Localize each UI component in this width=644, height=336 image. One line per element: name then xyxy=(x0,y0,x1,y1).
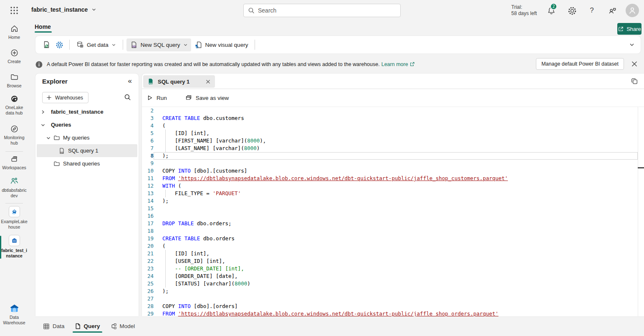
sidebar-item-workspaces[interactable]: Workspaces xyxy=(0,155,28,171)
save-view-icon xyxy=(185,94,192,101)
code-line[interactable]: 10COPY INTO [dbo].[customers] xyxy=(142,167,638,175)
collapse-ribbon-icon[interactable] xyxy=(629,42,635,48)
code-line[interactable]: 28COPY INTO [dbo].[orders] xyxy=(142,303,638,310)
share-label: Share xyxy=(626,26,641,32)
sidebar-item-create[interactable]: Create xyxy=(0,48,28,64)
add-warehouses-button[interactable]: Warehouses xyxy=(42,92,88,103)
code-line[interactable]: 12WITH ( xyxy=(142,182,638,190)
sidebar-item-data-warehouse[interactable]: Data Warehouse xyxy=(0,303,28,326)
code-line-text: FROM 'https://dbtlabsynapsedatalake.blob… xyxy=(154,175,638,182)
line-number: 5 xyxy=(142,130,154,137)
help-icon[interactable]: ? xyxy=(588,6,595,15)
banner-close-icon[interactable] xyxy=(631,60,638,68)
search-input[interactable] xyxy=(258,7,396,14)
refresh-dataset-button[interactable] xyxy=(40,38,53,51)
sidebar-item-onelake-data-hub[interactable]: OneLake data hub xyxy=(0,94,28,116)
editor-scrollbar[interactable] xyxy=(638,107,644,316)
code-line[interactable]: 29FROM 'https://dbtlabsynapsedatalake.bl… xyxy=(142,310,638,316)
sidebar-item-monitoring-hub[interactable]: Monitoring hub xyxy=(0,125,28,146)
tab-sql-query-1[interactable]: SQL SQL query 1 xyxy=(143,75,215,88)
run-button[interactable]: Run xyxy=(144,92,170,104)
code-line[interactable]: 20( xyxy=(142,242,638,250)
code-line[interactable]: 21 [ID] [int], xyxy=(142,250,638,257)
code-line[interactable]: 16 xyxy=(142,212,638,220)
query-editor-panel: SQL SQL query 1 Run Save as view 23CREAT… xyxy=(142,74,644,316)
visual-query-icon xyxy=(194,41,202,49)
share-button[interactable]: Share xyxy=(617,23,641,35)
new-sql-query-label: New SQL query xyxy=(141,42,180,48)
new-visual-query-button[interactable]: New visual query xyxy=(191,38,252,51)
workspace-title-dropdown[interactable]: fabric_test_instance xyxy=(31,6,96,13)
feedback-icon[interactable] xyxy=(608,6,617,15)
get-data-button[interactable]: Get data xyxy=(73,38,119,51)
query-doc-icon xyxy=(75,323,81,329)
code-line[interactable]: 26); xyxy=(142,288,638,295)
save-as-view-button[interactable]: Save as view xyxy=(182,92,232,104)
line-number: 27 xyxy=(142,295,154,303)
tab-model[interactable]: Model xyxy=(108,320,137,333)
code-lines[interactable]: 23CREATE TABLE dbo.customers4(5 [ID] [in… xyxy=(142,107,638,316)
tab-home[interactable]: Home xyxy=(35,23,51,30)
top-bar: fabric_test_instance Trial: 58 days left… xyxy=(0,0,644,21)
tree-item-warehouse-root[interactable]: fabric_test_instance xyxy=(35,105,139,118)
line-number: 3 xyxy=(142,115,154,122)
tree-item-my-queries[interactable]: My queries xyxy=(35,131,139,144)
code-line[interactable]: 18 xyxy=(142,227,638,235)
settings-button[interactable] xyxy=(53,38,66,51)
learn-more-link[interactable]: Learn more xyxy=(381,61,414,67)
nav-rail: Home Create Browse OneLake data hub Moni… xyxy=(0,21,28,336)
code-line-text xyxy=(154,227,638,235)
waffle-menu-icon[interactable] xyxy=(10,6,18,15)
code-line[interactable]: 17DROP TABLE dbo.orders; xyxy=(142,220,638,227)
tree-item-sql-query-1[interactable]: SQL SQL query 1 xyxy=(37,144,137,157)
manage-dataset-button[interactable]: Manage default Power BI dataset xyxy=(536,58,624,70)
sidebar-item-home[interactable]: Home xyxy=(0,24,28,40)
close-tab-icon[interactable] xyxy=(205,79,211,84)
code-line[interactable]: 15 xyxy=(142,205,638,212)
copy-icon[interactable] xyxy=(631,77,639,85)
onelake-icon xyxy=(10,94,19,103)
new-sql-query-button[interactable]: SQL New SQL query xyxy=(126,38,191,51)
code-line[interactable]: 24 [ORDER_DATE] [date], xyxy=(142,272,638,280)
code-line[interactable]: 3CREATE TABLE dbo.customers xyxy=(142,115,638,122)
sidebar-item-examplelakehouse[interactable]: ExampleLakehouse xyxy=(0,206,28,230)
code-line[interactable]: 27 xyxy=(142,295,638,303)
code-line[interactable]: 13 FILE_TYPE = 'PARQUET' xyxy=(142,190,638,197)
home-icon xyxy=(10,24,19,33)
tab-data[interactable]: Data xyxy=(41,320,67,333)
sidebar-item-fabric-test-instance[interactable]: fabric_test_instance xyxy=(0,235,28,259)
collapse-panel-icon[interactable]: « xyxy=(128,77,132,85)
line-number: 23 xyxy=(142,265,154,272)
code-line-text: DROP TABLE dbo.orders; xyxy=(154,220,638,227)
code-line[interactable]: 22 [USER_ID] [int], xyxy=(142,257,638,265)
sidebar-item-workspace-dbtlabsfabricdev[interactable]: dbtlabsfabricdev xyxy=(0,176,28,199)
code-line[interactable]: 25 [STATUS] [varchar](8000) xyxy=(142,280,638,288)
explorer-search-icon[interactable] xyxy=(124,94,131,101)
code-line[interactable]: 14); xyxy=(142,197,638,205)
tree-item-shared-queries[interactable]: Shared queries xyxy=(35,157,139,170)
code-line[interactable]: 8); xyxy=(142,152,638,160)
code-line[interactable]: 11FROM 'https://dbtlabsynapsedatalake.bl… xyxy=(142,175,638,182)
code-line[interactable]: 6 [FIRST_NAME] [varchar](8000), xyxy=(142,137,638,145)
tree-item-queries[interactable]: Queries xyxy=(35,118,139,131)
tab-query[interactable]: Query xyxy=(73,320,102,333)
code-line[interactable]: 23 -- [ORDER_DATE] [int], xyxy=(142,265,638,272)
sidebar-item-browse[interactable]: Browse xyxy=(0,73,28,89)
code-line[interactable]: 9 xyxy=(142,160,638,167)
global-search xyxy=(243,4,401,17)
code-line[interactable]: 5 [ID] [int], xyxy=(142,130,638,137)
sql-file-icon: SQL xyxy=(58,148,65,154)
query-toolbar: Run Save as view xyxy=(142,89,644,107)
warehouse-icon xyxy=(9,235,20,246)
code-line[interactable]: 7 [LAST_NAME] [varchar](8000) xyxy=(142,145,638,152)
line-number: 25 xyxy=(142,280,154,288)
code-line[interactable]: 2 xyxy=(142,107,638,115)
line-number: 28 xyxy=(142,303,154,310)
divider xyxy=(255,40,255,50)
line-number: 20 xyxy=(142,242,154,250)
code-line[interactable]: 19CREATE TABLE dbo.orders xyxy=(142,235,638,242)
code-line[interactable]: 4( xyxy=(142,122,638,130)
chevron-down-icon xyxy=(183,43,188,47)
settings-gear-icon[interactable] xyxy=(568,6,577,15)
avatar[interactable] xyxy=(626,4,639,17)
